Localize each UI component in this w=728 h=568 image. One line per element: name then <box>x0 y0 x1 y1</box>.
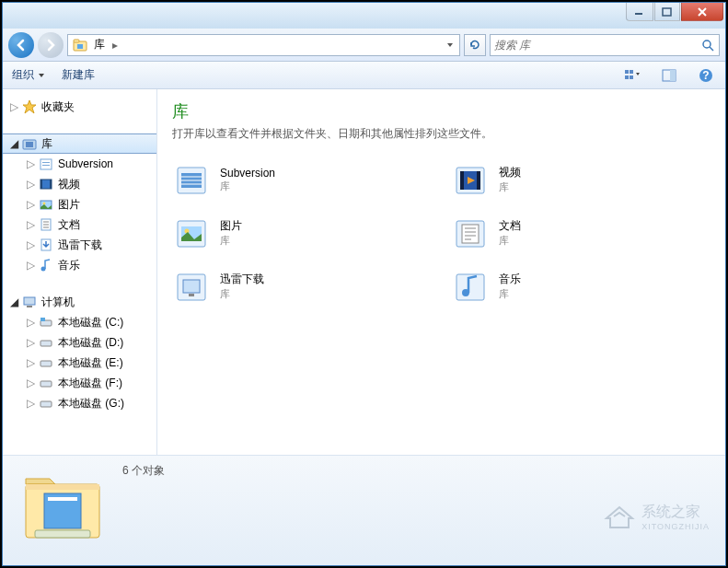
breadcrumb-chevron-icon[interactable]: ▸ <box>109 39 121 52</box>
address-dropdown[interactable] <box>441 35 457 55</box>
library-name: 迅雷下载 <box>220 272 264 287</box>
tree-drive-g[interactable]: ▷ 本地磁盘 (G:) <box>19 393 156 413</box>
expander-icon[interactable]: ▷ <box>8 101 19 112</box>
library-item-music[interactable]: 音乐 库 <box>451 267 711 306</box>
navigation-pane[interactable]: ▷ 收藏夹 ◢ 库 ▷ Subversion <box>3 89 157 455</box>
svg-rect-3 <box>74 40 79 42</box>
download-icon <box>38 237 54 253</box>
organize-menu[interactable]: 组织 <box>12 67 45 83</box>
expander-icon[interactable]: ▷ <box>25 239 36 250</box>
minimize-button[interactable] <box>626 3 653 21</box>
svg-rect-17 <box>40 159 52 169</box>
tree-label: 视频 <box>56 177 80 192</box>
search-icon[interactable] <box>700 38 715 52</box>
svg-rect-12 <box>670 70 676 81</box>
svg-rect-35 <box>40 341 52 346</box>
tree-favorites[interactable]: ▷ 收藏夹 <box>3 97 156 117</box>
expander-icon[interactable]: ▷ <box>25 337 36 348</box>
library-item-videos[interactable]: 视频 库 <box>451 160 711 199</box>
star-icon <box>21 99 38 115</box>
expander-icon[interactable]: ▷ <box>25 317 36 328</box>
help-button[interactable]: ? <box>696 65 716 86</box>
svg-rect-32 <box>27 306 32 307</box>
drive-icon <box>38 334 54 351</box>
tree-label: 文档 <box>56 217 80 233</box>
tree-drive-e[interactable]: ▷ 本地磁盘 (E:) <box>19 353 156 373</box>
video-library-icon <box>451 160 490 199</box>
library-name: 文档 <box>499 218 521 234</box>
tree-label: Subversion <box>56 157 113 170</box>
svg-rect-4 <box>77 44 83 49</box>
library-type: 库 <box>499 180 521 194</box>
address-bar[interactable]: 库 ▸ <box>67 34 460 56</box>
navbar: 库 ▸ <box>3 29 725 62</box>
document-library-icon <box>451 214 490 252</box>
video-icon <box>38 176 54 192</box>
library-type: 库 <box>220 180 275 193</box>
expander-icon[interactable]: ▷ <box>25 219 36 230</box>
svg-rect-10 <box>630 75 633 79</box>
tree-label: 图片 <box>56 197 80 213</box>
library-item-documents[interactable]: 文档 库 <box>451 214 711 252</box>
tree-drive-c[interactable]: ▷ 本地磁盘 (C:) <box>19 312 156 332</box>
library-item-subversion[interactable]: Subversion 库 <box>172 160 433 199</box>
svg-point-48 <box>185 229 190 234</box>
library-name: Subversion <box>220 167 275 180</box>
back-button[interactable] <box>8 32 34 58</box>
preview-pane-button[interactable] <box>659 65 679 86</box>
svg-rect-19 <box>42 165 50 166</box>
maximize-button[interactable] <box>654 3 680 21</box>
tree-computer[interactable]: ◢ 计算机 <box>3 292 156 312</box>
expander-icon[interactable]: ◢ <box>8 138 19 149</box>
watermark-sub: XITONGZHIJIA <box>641 522 710 531</box>
page-description: 打开库以查看文件并根据文件夹、日期和其他属性排列这些文件。 <box>172 126 711 142</box>
tree-lib-pictures[interactable]: ▷ 图片 <box>19 194 156 214</box>
tree-label: 本地磁盘 (F:) <box>56 376 122 391</box>
folder-icon <box>38 156 54 172</box>
expander-icon[interactable]: ◢ <box>8 296 19 307</box>
tree-lib-thunder[interactable]: ▷ 迅雷下载 <box>19 235 156 255</box>
library-type: 库 <box>220 287 264 301</box>
refresh-button[interactable] <box>464 34 486 56</box>
picture-library-icon <box>172 214 211 252</box>
svg-rect-44 <box>477 171 480 190</box>
expander-icon[interactable]: ▷ <box>25 199 36 210</box>
tree-drive-f[interactable]: ▷ 本地磁盘 (F:) <box>19 373 156 393</box>
tree-label: 本地磁盘 (G:) <box>56 396 124 412</box>
close-button[interactable] <box>681 3 723 21</box>
tree-lib-subversion[interactable]: ▷ Subversion <box>19 154 156 174</box>
libraries-icon <box>72 37 88 53</box>
computer-icon <box>21 294 38 310</box>
tree-drive-d[interactable]: ▷ 本地磁盘 (D:) <box>19 332 156 353</box>
tree-libraries[interactable]: ◢ 库 <box>3 133 156 154</box>
expander-icon[interactable]: ▷ <box>25 260 36 271</box>
view-options-button[interactable] <box>622 65 642 86</box>
new-library-button[interactable]: 新建库 <box>62 67 95 83</box>
search-input[interactable] <box>494 39 700 52</box>
expander-icon[interactable]: ▷ <box>25 377 36 388</box>
content-pane[interactable]: 库 打开库以查看文件并根据文件夹、日期和其他属性排列这些文件。 Subversi… <box>157 89 725 455</box>
expander-icon[interactable]: ▷ <box>25 357 36 368</box>
watermark: 系统之家 XITONGZHIJIA <box>603 503 710 531</box>
library-item-thunder[interactable]: 迅雷下载 库 <box>172 267 433 306</box>
expander-icon[interactable]: ▷ <box>25 398 36 409</box>
status-text: 6 个对象 <box>122 461 165 479</box>
library-item-pictures[interactable]: 图片 库 <box>172 214 433 252</box>
body: ▷ 收藏夹 ◢ 库 ▷ Subversion <box>3 89 725 455</box>
tree-lib-music[interactable]: ▷ 音乐 <box>19 255 156 275</box>
search-box[interactable] <box>490 34 720 56</box>
breadcrumb-item[interactable]: 库 <box>90 37 109 52</box>
forward-button[interactable] <box>38 32 64 58</box>
picture-icon <box>38 196 54 213</box>
libraries-large-icon <box>12 461 113 553</box>
svg-rect-50 <box>462 225 479 243</box>
libraries-icon <box>21 135 38 152</box>
explorer-window: 库 ▸ 组织 新建库 <box>2 2 726 566</box>
drive-icon <box>38 354 54 371</box>
tree-lib-documents[interactable]: ▷ 文档 <box>19 214 156 235</box>
svg-rect-22 <box>50 180 52 189</box>
expander-icon[interactable]: ▷ <box>25 179 36 190</box>
svg-line-6 <box>710 47 713 51</box>
expander-icon[interactable]: ▷ <box>25 158 36 169</box>
tree-lib-videos[interactable]: ▷ 视频 <box>19 174 156 194</box>
